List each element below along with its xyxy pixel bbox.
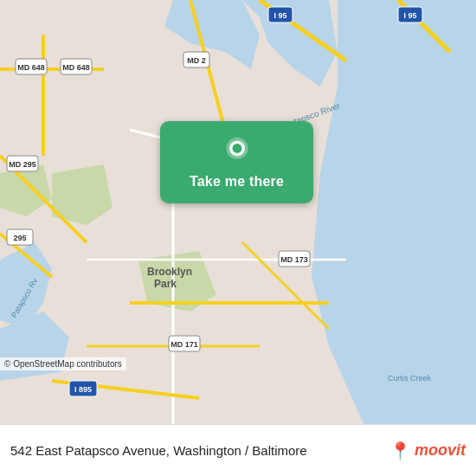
svg-text:I 895: I 895 xyxy=(74,385,92,394)
button-label: Take me there xyxy=(190,174,284,190)
moovit-pin-icon: 📍 xyxy=(389,441,411,461)
svg-text:MD 171: MD 171 xyxy=(170,340,198,349)
address-text: 542 East Patapsco Avenue, Washington / B… xyxy=(10,443,383,458)
svg-text:Park: Park xyxy=(154,278,177,290)
svg-text:MD 295: MD 295 xyxy=(9,160,36,169)
svg-text:MD 2: MD 2 xyxy=(187,56,206,65)
svg-text:Brooklyn: Brooklyn xyxy=(147,266,192,278)
svg-text:Curtis Creek: Curtis Creek xyxy=(388,374,432,383)
moovit-logo: 📍 moovit xyxy=(389,441,466,461)
bottom-bar: 542 East Patapsco Avenue, Washington / B… xyxy=(0,424,476,476)
svg-text:MD 648: MD 648 xyxy=(62,63,90,72)
svg-text:I 95: I 95 xyxy=(273,11,286,20)
osm-credit: © OpenStreetMap contributors xyxy=(0,357,126,370)
map-container: MD 648 MD 648 I 95 I 95 MD 2 MD 295 295 … xyxy=(0,0,476,424)
svg-text:MD 173: MD 173 xyxy=(280,255,308,264)
svg-text:MD 648: MD 648 xyxy=(17,63,45,72)
moovit-brand-text: moovit xyxy=(415,441,466,460)
take-me-there-button[interactable]: Take me there xyxy=(160,121,313,203)
pin-icon xyxy=(222,136,253,167)
svg-point-50 xyxy=(232,144,241,153)
svg-text:295: 295 xyxy=(13,234,26,242)
svg-text:I 95: I 95 xyxy=(403,11,416,20)
